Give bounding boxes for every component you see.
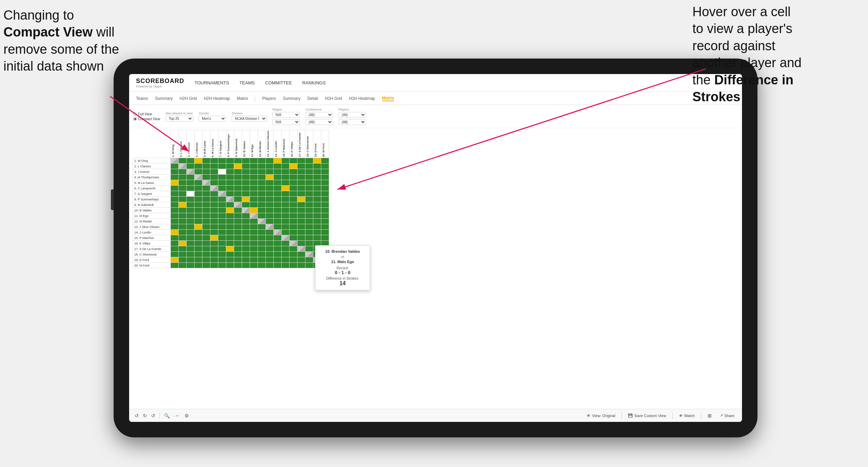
cell-17-14[interactable] [274, 246, 282, 252]
cell-14-13[interactable] [266, 230, 274, 235]
cell-17-11[interactable] [250, 246, 258, 252]
cell-3-16[interactable] [290, 169, 297, 175]
cell-3-11[interactable] [250, 169, 258, 175]
cell-18-10[interactable] [242, 252, 250, 257]
cell-20-18[interactable] [305, 263, 313, 268]
cell-9-15[interactable] [282, 202, 290, 208]
cell-12-2[interactable] [179, 219, 187, 224]
cell-16-2[interactable] [179, 241, 187, 246]
cell-4-17[interactable] [297, 175, 305, 180]
cell-15-9[interactable] [234, 235, 242, 241]
cell-19-12[interactable] [258, 257, 266, 263]
cell-19-5[interactable] [202, 257, 210, 263]
cell-12-7[interactable] [218, 219, 226, 224]
cell-13-16[interactable] [290, 224, 297, 230]
cell-3-10[interactable] [242, 169, 250, 175]
cell-11-18[interactable] [305, 213, 313, 219]
cell-4-7[interactable] [218, 175, 226, 180]
cell-20-11[interactable] [250, 263, 258, 268]
cell-20-14[interactable] [274, 263, 282, 268]
cell-7-2[interactable] [179, 191, 187, 197]
cell-1-12[interactable] [258, 158, 266, 164]
cell-7-18[interactable] [305, 191, 313, 197]
cell-7-9[interactable] [234, 191, 242, 197]
cell-15-15[interactable] [282, 235, 290, 241]
cell-1-16[interactable] [290, 158, 297, 164]
cell-3-14[interactable] [274, 169, 282, 175]
cell-10-9[interactable] [234, 208, 242, 213]
cell-16-7[interactable] [218, 241, 226, 246]
cell-9-1[interactable] [171, 202, 179, 208]
cell-5-3[interactable] [187, 180, 195, 186]
cell-3-13[interactable] [266, 169, 274, 175]
cell-6-16[interactable] [290, 186, 297, 191]
cell-11-13[interactable] [266, 213, 274, 219]
cell-16-5[interactable] [202, 241, 210, 246]
cell-11-4[interactable] [195, 213, 202, 219]
cell-4-15[interactable] [282, 175, 290, 180]
cell-14-6[interactable] [210, 230, 218, 235]
cell-13-17[interactable] [297, 224, 305, 230]
cell-7-1[interactable] [171, 191, 179, 197]
cell-6-17[interactable] [297, 186, 305, 191]
cell-2-8[interactable] [226, 164, 234, 169]
cell-9-3[interactable] [187, 202, 195, 208]
cell-20-12[interactable] [258, 263, 266, 268]
cell-11-3[interactable] [187, 213, 195, 219]
cell-7-12[interactable] [258, 191, 266, 197]
cell-18-15[interactable] [282, 252, 290, 257]
cell-2-6[interactable] [210, 164, 218, 169]
cell-11-19[interactable] [313, 213, 321, 219]
cell-6-19[interactable] [313, 186, 321, 191]
cell-13-18[interactable] [305, 224, 313, 230]
gender-select[interactable]: Men's [199, 116, 226, 122]
cell-5-1[interactable] [171, 180, 179, 186]
cell-15-16[interactable] [290, 235, 297, 241]
cell-19-1[interactable] [171, 257, 179, 263]
cell-14-7[interactable] [218, 230, 226, 235]
cell-2-17[interactable] [297, 164, 305, 169]
cell-18-2[interactable] [179, 252, 187, 257]
cell-7-5[interactable] [202, 191, 210, 197]
cell-4-20[interactable] [321, 175, 329, 180]
cell-7-4[interactable] [195, 191, 202, 197]
cell-20-8[interactable] [226, 263, 234, 268]
cell-2-13[interactable] [266, 164, 274, 169]
cell-6-4[interactable] [195, 186, 202, 191]
cell-17-17[interactable] [297, 246, 305, 252]
cell-13-11[interactable] [250, 224, 258, 230]
cell-4-13[interactable] [266, 175, 274, 180]
cell-10-11[interactable] [250, 208, 258, 213]
cell-20-4[interactable] [195, 263, 202, 268]
cell-3-15[interactable] [282, 169, 290, 175]
nav-teams[interactable]: TEAMS [239, 79, 255, 87]
cell-6-9[interactable] [234, 186, 242, 191]
cell-14-17[interactable] [297, 230, 305, 235]
nav-rankings[interactable]: RANKINGS [302, 79, 326, 87]
cell-2-15[interactable] [282, 164, 290, 169]
cell-15-1[interactable] [171, 235, 179, 241]
cell-8-17[interactable] [297, 197, 305, 202]
cell-19-7[interactable] [218, 257, 226, 263]
cell-18-13[interactable] [266, 252, 274, 257]
cell-13-20[interactable] [321, 224, 329, 230]
cell-1-6[interactable] [210, 158, 218, 164]
cell-20-2[interactable] [179, 263, 187, 268]
cell-5-18[interactable] [305, 180, 313, 186]
division-select[interactable]: NCAA Division I [232, 116, 267, 122]
cell-4-18[interactable] [305, 175, 313, 180]
cell-7-14[interactable] [274, 191, 282, 197]
cell-16-9[interactable] [234, 241, 242, 246]
cell-17-18[interactable] [305, 246, 313, 252]
cell-9-8[interactable] [226, 202, 234, 208]
cell-18-14[interactable] [274, 252, 282, 257]
cell-8-2[interactable] [179, 197, 187, 202]
cell-8-1[interactable] [171, 197, 179, 202]
cell-1-13[interactable] [266, 158, 274, 164]
cell-17-1[interactable] [171, 246, 179, 252]
cell-7-20[interactable] [321, 191, 329, 197]
subnav-matrix2[interactable]: Matrix [382, 96, 394, 101]
cell-4-10[interactable] [242, 175, 250, 180]
cell-8-10[interactable] [242, 197, 250, 202]
cell-16-14[interactable] [274, 241, 282, 246]
